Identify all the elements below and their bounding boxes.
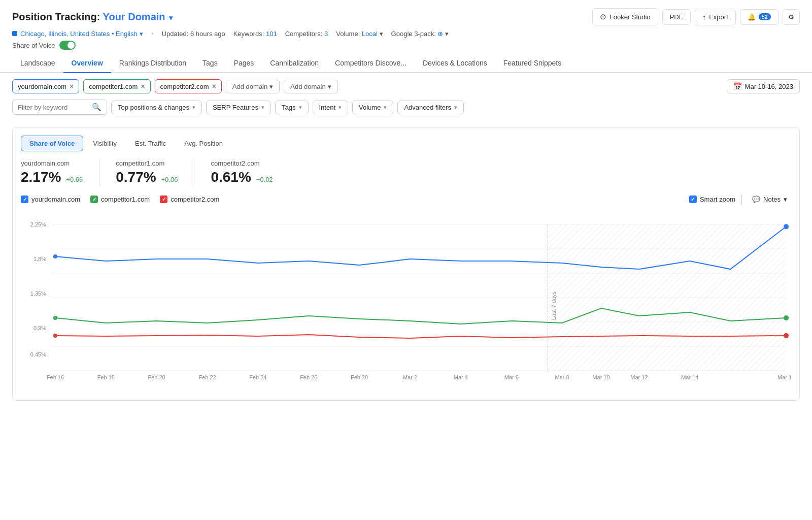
tags-label: Tags — [282, 104, 295, 111]
intent-label: Intent — [319, 104, 336, 111]
domain-title: Your Domain — [103, 11, 165, 22]
domain-label-competitor2: competitor2.com — [160, 83, 209, 90]
smart-zoom[interactable]: ✓ Smart zoom — [689, 196, 735, 203]
tab-cannibalization[interactable]: Cannibalization — [262, 54, 327, 73]
export-icon: ↑ — [702, 13, 706, 21]
svg-text:Mar 12: Mar 12 — [630, 374, 648, 380]
share-of-voice-toggle-label: Share of Voice — [12, 42, 55, 49]
svg-text:Last 7 days: Last 7 days — [551, 291, 557, 320]
tab-overview[interactable]: Overview — [63, 54, 111, 73]
svg-text:Mar 6: Mar 6 — [504, 374, 519, 380]
domain-chip-yourdomain: yourdomain.com × — [12, 79, 79, 93]
volume-dropdown[interactable]: Volume ▾ — [352, 101, 393, 114]
volume-chevron-icon: ▾ — [384, 104, 387, 111]
search-icon: 🔍 — [92, 103, 101, 112]
competitors-count[interactable]: 3 — [324, 30, 328, 38]
meta-info: Updated: 6 hours ago Keywords: 101 Compe… — [162, 30, 449, 38]
remove-competitor2-button[interactable]: × — [212, 82, 216, 90]
volume-chevron-icon: ▾ — [380, 30, 383, 38]
looker-studio-icon: ⊙ — [600, 12, 606, 21]
legend-item-competitor1[interactable]: ✓ competitor1.com — [90, 196, 150, 203]
stat-change-competitor2: +0.02 — [256, 176, 273, 183]
last7-hatch — [548, 224, 786, 371]
add-domain-button-1[interactable]: Add domain ▾ — [226, 80, 280, 93]
smart-zoom-checkbox: ✓ — [689, 196, 697, 203]
yourdomain-end-dot — [784, 224, 789, 229]
volume-value[interactable]: Local — [362, 30, 378, 38]
remove-yourdomain-button[interactable]: × — [70, 82, 74, 90]
tags-chevron-icon: ▾ — [299, 104, 302, 111]
google-3pack-chevron-icon: ▾ — [445, 30, 449, 38]
metric-tab-avg-position[interactable]: Avg. Position — [176, 136, 231, 151]
location-info[interactable]: Chicago, Illinois, United States • Engli… — [12, 30, 143, 38]
domain-chevron-icon[interactable]: ▾ — [169, 14, 173, 22]
stat-block-competitor1: competitor1.com 0.77% +0.06 — [116, 159, 194, 185]
svg-text:Mar 8: Mar 8 — [555, 374, 569, 380]
competitor2-end-dot — [784, 333, 789, 338]
notification-button[interactable]: 🔔 52 — [740, 9, 779, 25]
remove-competitor1-button[interactable]: × — [141, 82, 145, 90]
settings-button[interactable]: ⚙ — [783, 9, 800, 25]
notes-button[interactable]: 💬 Notes ▾ — [748, 193, 791, 205]
stat-domain-competitor2: competitor2.com — [211, 159, 273, 167]
svg-text:Mar 16: Mar 16 — [777, 374, 791, 380]
metric-tab-share-of-voice[interactable]: Share of Voice — [21, 136, 83, 151]
legend-item-competitor2[interactable]: ✓ competitor2.com — [160, 196, 219, 203]
top-positions-dropdown[interactable]: Top positions & changes ▾ — [111, 101, 202, 114]
search-input[interactable] — [18, 104, 89, 111]
svg-text:Feb 28: Feb 28 — [351, 374, 368, 380]
nav-tabs: Landscape Overview Rankings Distribution… — [0, 54, 812, 73]
volume-filter-label: Volume — [359, 104, 381, 111]
legend-checkbox-competitor1: ✓ — [90, 196, 98, 203]
legend-item-yourdomain[interactable]: ✓ yourdomain.com — [21, 196, 80, 203]
domain-stats: yourdomain.com 2.17% +0.66 competitor1.c… — [21, 159, 791, 185]
pdf-label: PDF — [670, 13, 683, 21]
serp-features-chevron-icon: ▾ — [261, 104, 264, 111]
domain-label-competitor1: competitor1.com — [89, 83, 138, 90]
toggle-row: Share of Voice — [0, 40, 812, 54]
tab-competitors-discover[interactable]: Competitors Discove... — [327, 54, 415, 73]
svg-text:Feb 22: Feb 22 — [198, 374, 216, 380]
export-button[interactable]: ↑ Export — [695, 9, 736, 25]
date-range-button[interactable]: 📅 Mar 10-16, 2023 — [727, 79, 800, 93]
smart-zoom-label: Smart zoom — [700, 196, 735, 203]
pdf-button[interactable]: PDF — [662, 9, 691, 25]
tab-pages[interactable]: Pages — [226, 54, 262, 73]
looker-studio-button[interactable]: ⊙ Looker Studio — [592, 8, 658, 25]
tab-devices-locations[interactable]: Devices & Locations — [415, 54, 495, 73]
competitor2-start-dot — [53, 334, 57, 338]
keywords-count[interactable]: 101 — [266, 30, 277, 38]
tab-tags[interactable]: Tags — [194, 54, 226, 73]
add-domain-chevron-icon-1: ▾ — [269, 83, 273, 90]
advanced-filters-label: Advanced filters — [404, 104, 451, 111]
tab-rankings-distribution[interactable]: Rankings Distribution — [111, 54, 194, 73]
intent-dropdown[interactable]: Intent ▾ — [313, 101, 349, 114]
svg-text:Mar 4: Mar 4 — [454, 374, 468, 380]
google-3pack-label: Google 3-pack: ⊕ ▾ — [391, 30, 449, 38]
settings-icon: ⚙ — [788, 13, 794, 21]
svg-text:0.9%: 0.9% — [33, 325, 46, 331]
add-domain-button-2[interactable]: Add domain ▾ — [284, 80, 337, 93]
tab-landscape[interactable]: Landscape — [12, 54, 63, 73]
looker-studio-label: Looker Studio — [610, 13, 650, 21]
yourdomain-start-dot — [53, 254, 57, 258]
stat-value-competitor1: 0.77% — [116, 169, 156, 185]
stat-value-yourdomain: 2.17% — [21, 169, 61, 185]
serp-features-dropdown[interactable]: SERP Features ▾ — [206, 101, 271, 114]
share-of-voice-toggle[interactable] — [59, 41, 76, 50]
domain-chip-competitor2: competitor2.com × — [155, 79, 222, 93]
google-3pack-icon: ⊕ — [437, 30, 443, 38]
advanced-filters-dropdown[interactable]: Advanced filters ▾ — [397, 101, 464, 114]
sub-header: Chicago, Illinois, United States • Engli… — [0, 25, 812, 40]
stat-value-competitor2: 0.61% — [211, 169, 251, 185]
svg-text:Feb 26: Feb 26 — [300, 374, 317, 380]
stat-domain-yourdomain: yourdomain.com — [21, 159, 83, 167]
metric-tab-est-traffic[interactable]: Est. Traffic — [126, 136, 175, 151]
calendar-icon: 📅 — [733, 82, 742, 90]
separator: • — [151, 29, 154, 38]
tab-featured-snippets[interactable]: Featured Snippets — [495, 54, 569, 73]
competitor1-end-dot — [784, 315, 789, 320]
serp-features-label: SERP Features — [213, 104, 258, 111]
tags-dropdown[interactable]: Tags ▾ — [275, 101, 308, 114]
metric-tab-visibility[interactable]: Visibility — [84, 136, 125, 151]
